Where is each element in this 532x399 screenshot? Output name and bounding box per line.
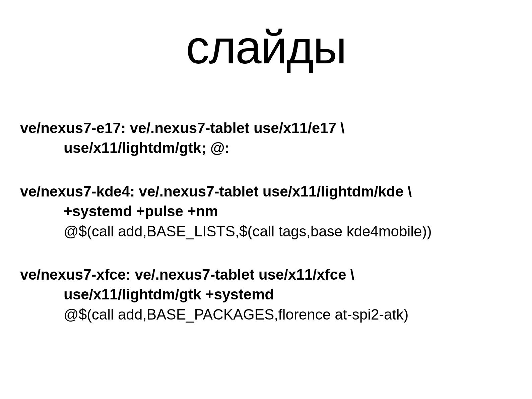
slide-title: слайды (20, 20, 512, 74)
code-block-1: ve/nexus7-e17: ve/.nexus7-tablet use/x11… (20, 118, 512, 158)
code-line: use/x11/lightdm/gtk; @: (20, 138, 512, 158)
code-line: use/x11/lightdm/gtk +systemd (20, 284, 512, 304)
code-line: ve/nexus7-kde4: ve/.nexus7-tablet use/x1… (20, 181, 512, 201)
code-line: @$(call add,BASE_PACKAGES,florence at-sp… (20, 304, 512, 324)
code-line: +systemd +pulse +nm (20, 201, 512, 221)
code-block-2: ve/nexus7-kde4: ve/.nexus7-tablet use/x1… (20, 181, 512, 241)
code-line: @$(call add,BASE_LISTS,$(call tags,base … (20, 221, 512, 241)
code-line: ve/nexus7-e17: ve/.nexus7-tablet use/x11… (20, 118, 512, 138)
code-block-3: ve/nexus7-xfce: ve/.nexus7-tablet use/x1… (20, 265, 512, 324)
code-line: ve/nexus7-xfce: ve/.nexus7-tablet use/x1… (20, 265, 512, 284)
